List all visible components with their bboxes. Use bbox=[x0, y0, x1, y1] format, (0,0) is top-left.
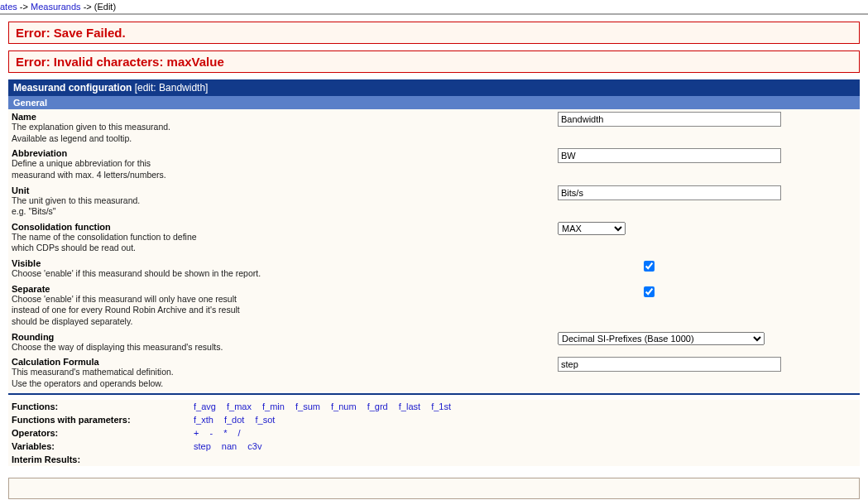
label-abbreviation: Abbreviation bbox=[12, 148, 558, 158]
token-f-avg[interactable]: f_avg bbox=[194, 401, 216, 411]
desc-visible: Choose 'enable' if this measurand should… bbox=[12, 268, 558, 280]
token-star[interactable]: * bbox=[223, 428, 227, 438]
desc-unit: The unit given to this measurand. bbox=[12, 195, 558, 207]
desc-abbreviation: measurand with max. 4 letters/numbers. bbox=[12, 170, 558, 181]
select-rounding[interactable]: Decimal SI-Prefixes (Base 1000) bbox=[558, 332, 765, 345]
checkbox-visible[interactable] bbox=[644, 261, 655, 272]
desc-consolidation: which CDPs should be read out. bbox=[12, 243, 558, 254]
error-save-failed: Error: Save Failed. bbox=[8, 22, 860, 44]
label-name: Name bbox=[12, 112, 558, 122]
variables-list: step nan c3v bbox=[194, 441, 270, 451]
divider bbox=[0, 13, 868, 15]
section-general: General bbox=[8, 96, 860, 109]
token-f-1st[interactable]: f_1st bbox=[431, 401, 451, 411]
desc-unit: e.g. "Bits/s" bbox=[12, 206, 558, 218]
desc-abbreviation: Define a unique abbreviation for this bbox=[12, 158, 558, 170]
token-f-xth[interactable]: f_xth bbox=[194, 415, 213, 425]
token-f-max[interactable]: f_max bbox=[227, 401, 252, 411]
label-functions: Functions: bbox=[12, 401, 194, 411]
input-name[interactable] bbox=[558, 112, 781, 127]
label-interim-results: Interim Results: bbox=[12, 454, 194, 464]
token-f-num[interactable]: f_num bbox=[331, 401, 357, 411]
row-consolidation: Consolidation function The name of the c… bbox=[8, 219, 860, 256]
row-unit: Unit The unit given to this measurand. e… bbox=[8, 183, 860, 219]
row-visible: Visible Choose 'enable' if this measuran… bbox=[8, 256, 860, 281]
desc-separate: Choose 'enable' if this measurand will o… bbox=[12, 294, 558, 305]
label-variables: Variables: bbox=[12, 441, 194, 451]
breadcrumb: ates -> Measurands -> (Edit) bbox=[0, 0, 868, 13]
label-operators: Operators: bbox=[12, 428, 194, 438]
row-abbreviation: Abbreviation Define a unique abbreviatio… bbox=[8, 146, 860, 182]
breadcrumb-sep: -> bbox=[20, 2, 31, 12]
row-formula: Calculation Formula This measurand's mat… bbox=[8, 354, 860, 391]
desc-rounding: Choose the way of displaying this measur… bbox=[12, 342, 558, 353]
desc-consolidation: The name of the consolidation function t… bbox=[12, 232, 558, 243]
panel-title: Measurand configuration bbox=[13, 82, 132, 94]
token-c3v[interactable]: c3v bbox=[247, 441, 261, 451]
checkbox-separate[interactable] bbox=[644, 286, 655, 297]
token-f-min[interactable]: f_min bbox=[262, 401, 285, 411]
footer-box bbox=[8, 478, 860, 499]
row-separate: Separate Choose 'enable' if this measura… bbox=[8, 281, 860, 329]
panel-header: Measurand configuration [edit: Bandwidth… bbox=[8, 79, 860, 96]
breadcrumb-link-measurands[interactable]: Measurands bbox=[31, 2, 81, 12]
input-abbreviation[interactable] bbox=[558, 148, 781, 163]
desc-separate: instead of one for every Round Robin Arc… bbox=[12, 305, 558, 316]
functions-list: f_avg f_max f_min f_sum f_num f_grd f_la… bbox=[194, 401, 459, 411]
label-visible: Visible bbox=[12, 258, 558, 268]
breadcrumb-sep: -> bbox=[84, 2, 94, 12]
label-formula: Calculation Formula bbox=[12, 357, 558, 367]
error-invalid-characters: Error: Invalid characters: maxValue bbox=[8, 50, 860, 73]
select-consolidation[interactable]: MAX bbox=[558, 222, 626, 235]
row-rounding: Rounding Choose the way of displaying th… bbox=[8, 329, 860, 355]
desc-name: The explanation given to this measurand. bbox=[12, 122, 558, 133]
label-consolidation: Consolidation function bbox=[12, 222, 558, 232]
functions-params-list: f_xth f_dot f_sot bbox=[194, 415, 283, 425]
token-step[interactable]: step bbox=[194, 441, 211, 451]
reference-table: Functions: f_avg f_max f_min f_sum f_num… bbox=[8, 400, 860, 466]
token-plus[interactable]: + bbox=[194, 428, 199, 438]
token-f-dot[interactable]: f_dot bbox=[224, 415, 244, 425]
operators-list: + - * / bbox=[194, 428, 249, 438]
breadcrumb-current: (Edit) bbox=[94, 2, 116, 12]
desc-formula: This measurand's mathematical definition… bbox=[12, 367, 558, 378]
label-functions-params: Functions with parameters: bbox=[12, 415, 194, 425]
token-f-grd[interactable]: f_grd bbox=[367, 401, 388, 411]
row-name: Name The explanation given to this measu… bbox=[8, 109, 860, 146]
label-separate: Separate bbox=[12, 284, 558, 294]
desc-separate: should be displayed separately. bbox=[12, 316, 558, 328]
label-unit: Unit bbox=[12, 185, 558, 195]
token-nan[interactable]: nan bbox=[222, 441, 237, 451]
breadcrumb-link-templates[interactable]: ates bbox=[0, 2, 17, 12]
token-minus[interactable]: - bbox=[210, 428, 213, 438]
panel-context: [edit: Bandwidth] bbox=[135, 82, 209, 94]
token-f-sot[interactable]: f_sot bbox=[255, 415, 275, 425]
desc-name: Available as legend and tooltip. bbox=[12, 133, 558, 145]
desc-formula: Use the operators and operands below. bbox=[12, 378, 558, 390]
token-f-last[interactable]: f_last bbox=[399, 401, 420, 411]
token-slash[interactable]: / bbox=[238, 428, 241, 438]
token-f-sum[interactable]: f_sum bbox=[295, 401, 320, 411]
measurand-config-panel: Measurand configuration [edit: Bandwidth… bbox=[8, 79, 860, 466]
input-formula[interactable] bbox=[558, 357, 781, 372]
input-unit[interactable] bbox=[558, 185, 781, 200]
label-rounding: Rounding bbox=[12, 332, 558, 342]
divider-blue bbox=[8, 393, 860, 395]
